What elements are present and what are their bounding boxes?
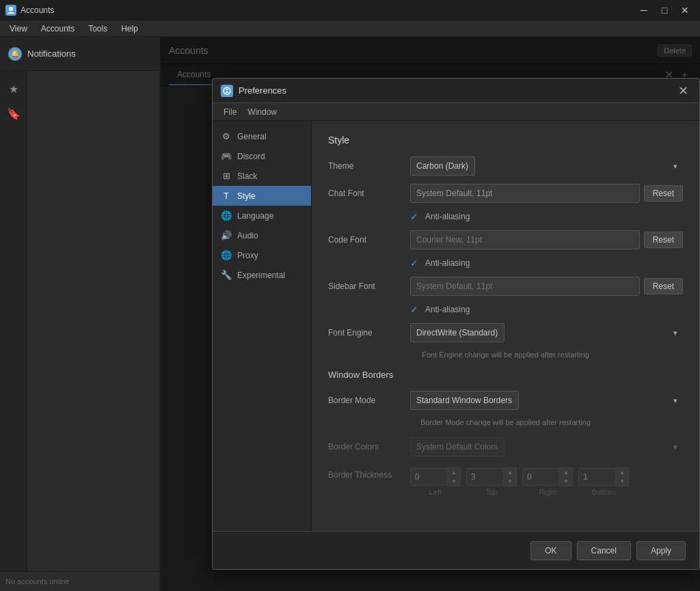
- sidebar-body: ★ 🔖: [0, 71, 160, 571]
- border-thickness-label: Border Thickness: [328, 467, 410, 480]
- thickness-top-btns: ▲ ▼: [504, 467, 517, 486]
- sidebar-font-input[interactable]: [410, 277, 640, 296]
- chat-font-label: Chat Font: [328, 189, 410, 198]
- modal-nav-discord[interactable]: 🎮 Discord: [213, 146, 311, 166]
- thickness-top-up[interactable]: ▲: [504, 468, 516, 477]
- modal-nav-language[interactable]: 🌐 Language: [213, 206, 311, 225]
- border-colors-control: System Default Colors: [410, 437, 683, 456]
- chat-font-antialiasing-label[interactable]: ✓ Anti-aliasing: [410, 211, 470, 222]
- thickness-top-down[interactable]: ▼: [504, 477, 516, 486]
- theme-select-wrapper: Carbon (Dark): [410, 156, 683, 176]
- language-icon: 🌐: [221, 210, 232, 221]
- border-thickness-row: Border Thickness ▲ ▼: [328, 465, 683, 496]
- menu-accounts[interactable]: Accounts: [34, 23, 81, 35]
- chat-font-control: Reset: [410, 184, 683, 203]
- thickness-top-field: ▲ ▼: [466, 467, 517, 486]
- sidebar-font-antialiasing-check: ✓: [410, 304, 418, 315]
- sidebar-header: 🔔 Notifications: [0, 37, 160, 71]
- modal-close-button[interactable]: ✕: [675, 83, 691, 99]
- thickness-bottom-field: ▲ ▼: [578, 467, 629, 486]
- modal-nav-experimental[interactable]: 🔧 Experimental: [213, 265, 311, 285]
- window-borders-title: Window Borders: [328, 370, 683, 380]
- window-borders-section: Window Borders: [328, 370, 683, 380]
- sidebar-font-label: Sidebar Font: [328, 281, 410, 291]
- thickness-left-up[interactable]: ▲: [448, 468, 460, 477]
- border-thickness-spinners: ▲ ▼ Left: [410, 467, 683, 496]
- modal-nav-audio[interactable]: 🔊 Audio: [213, 225, 311, 245]
- thickness-left-down[interactable]: ▼: [448, 477, 460, 486]
- cancel-button[interactable]: Cancel: [577, 541, 631, 560]
- thickness-right-down[interactable]: ▼: [560, 477, 572, 486]
- menu-help[interactable]: Help: [114, 23, 145, 35]
- thickness-top-label: Top: [485, 488, 498, 496]
- border-mode-select[interactable]: Standard Window Borders: [410, 391, 519, 410]
- font-engine-control: DirectWrite (Standard): [410, 323, 683, 342]
- modal-menu-window[interactable]: Window: [242, 106, 282, 118]
- modal-menu-bar: File Window: [213, 103, 699, 121]
- modal-title: Preferences: [239, 85, 675, 96]
- preferences-modal: Preferences ✕ File Window ⚙ General: [212, 78, 700, 570]
- sidebar-header-text: Notifications: [27, 49, 76, 59]
- close-button[interactable]: ✕: [675, 3, 695, 17]
- chat-font-row: Chat Font Reset: [328, 184, 683, 203]
- thickness-right-field: ▲ ▼: [522, 467, 573, 486]
- maximize-button[interactable]: □: [655, 3, 674, 17]
- audio-icon: 🔊: [221, 230, 232, 240]
- sidebar: 🔔 Notifications ★ 🔖 No accounts online: [0, 37, 161, 591]
- modal-nav-style[interactable]: T Style: [213, 186, 311, 206]
- sidebar-font-antialiasing-row: ✓ Anti-aliasing: [328, 304, 683, 315]
- font-engine-select[interactable]: DirectWrite (Standard): [410, 323, 504, 342]
- thickness-left-input[interactable]: [410, 468, 448, 486]
- app-title: Accounts: [21, 5, 634, 15]
- border-colors-select[interactable]: System Default Colors: [410, 437, 504, 456]
- thickness-top-input[interactable]: [466, 468, 504, 486]
- font-engine-label: Font Engine: [328, 328, 410, 338]
- minimize-button[interactable]: ─: [634, 3, 654, 17]
- discord-icon: 🎮: [221, 151, 232, 161]
- menu-bar: View Accounts Tools Help: [0, 20, 700, 37]
- sidebar-font-reset-button[interactable]: Reset: [644, 278, 683, 294]
- chat-font-input[interactable]: [410, 184, 640, 203]
- modal-menu-file[interactable]: File: [218, 106, 242, 118]
- thickness-top-wrapper: ▲ ▼ Top: [466, 467, 517, 496]
- modal-titlebar: Preferences ✕: [213, 79, 699, 103]
- code-font-antialiasing-label[interactable]: ✓ Anti-aliasing: [410, 258, 470, 269]
- thickness-bottom-input[interactable]: [578, 468, 616, 486]
- font-engine-row: Font Engine DirectWrite (Standard): [328, 323, 683, 342]
- modal-nav-slack[interactable]: ⊞ Slack: [213, 166, 311, 186]
- thickness-bottom-label: Bottom: [592, 488, 616, 496]
- theme-control: Carbon (Dark): [410, 156, 683, 176]
- chat-font-antialiasing-check: ✓: [410, 211, 418, 222]
- sidebar-bookmark-icon[interactable]: 🔖: [0, 101, 27, 126]
- thickness-right-input[interactable]: [522, 468, 560, 486]
- code-font-antialiasing-check: ✓: [410, 258, 418, 269]
- code-font-control: Reset: [410, 230, 683, 249]
- thickness-bottom-up[interactable]: ▲: [616, 468, 628, 477]
- code-font-row: Code Font Reset: [328, 230, 683, 249]
- sidebar-font-control: Reset: [410, 277, 683, 296]
- border-mode-hint: Border Mode change will be applied after…: [328, 418, 683, 426]
- ok-button[interactable]: OK: [530, 541, 571, 560]
- thickness-right-up[interactable]: ▲: [560, 468, 572, 477]
- sidebar-font-antialiasing-label[interactable]: ✓ Anti-aliasing: [410, 304, 470, 315]
- code-font-input[interactable]: [410, 230, 640, 249]
- code-font-reset-button[interactable]: Reset: [644, 232, 683, 248]
- app-icon: [5, 5, 16, 16]
- style-icon: T: [221, 191, 232, 201]
- style-section-title: Style: [328, 135, 683, 146]
- sidebar-star-icon[interactable]: ★: [0, 77, 27, 101]
- chat-font-reset-button[interactable]: Reset: [644, 185, 683, 202]
- thickness-bottom-down[interactable]: ▼: [616, 477, 628, 486]
- modal-content: Style Theme Carbon (Dark): [312, 121, 699, 531]
- modal-overlay: Preferences ✕ File Window ⚙ General: [161, 37, 700, 591]
- menu-view[interactable]: View: [3, 23, 34, 35]
- menu-tools[interactable]: Tools: [81, 23, 114, 35]
- theme-select[interactable]: Carbon (Dark): [410, 156, 475, 176]
- sidebar-footer: No accounts online: [0, 571, 160, 591]
- modal-nav-proxy[interactable]: 🌐 Proxy: [213, 245, 311, 265]
- apply-button[interactable]: Apply: [636, 541, 686, 560]
- modal-nav-general[interactable]: ⚙ General: [213, 126, 311, 146]
- border-colors-row: Border Colors System Default Colors: [328, 437, 683, 456]
- border-mode-label: Border Mode: [328, 396, 410, 405]
- thickness-right-wrapper: ▲ ▼ Right: [522, 467, 573, 496]
